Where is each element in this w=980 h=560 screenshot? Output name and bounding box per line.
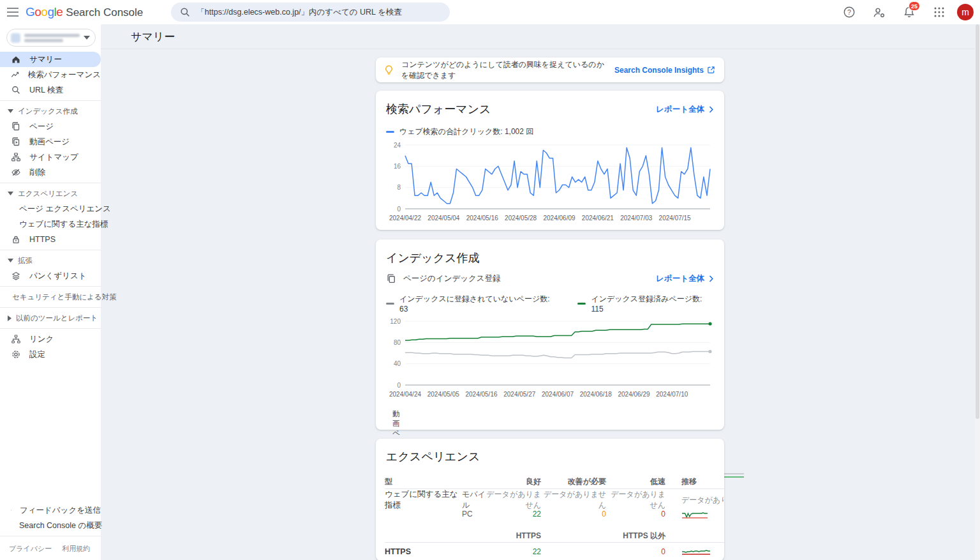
notifications-button[interactable]: 25	[897, 0, 921, 24]
https-trend-sparkline	[665, 547, 724, 556]
sidebar-item-page-experience[interactable]: ページ エクスペリエンス	[0, 201, 101, 216]
svg-text:2024/07/15: 2024/07/15	[659, 215, 691, 222]
chart-svg: 040801202024/04/242024/05/052024/05/1620…	[386, 317, 714, 400]
user-gear-icon	[873, 6, 886, 19]
google-search-console-window: Google Search Console 「https://dsg.elecs…	[0, 0, 980, 560]
sidebar-item-video-pages[interactable]: 動画ページ	[0, 134, 101, 149]
card-title: 検索パフォーマンス	[386, 102, 491, 117]
sidebar-section-security[interactable]: セキュリティと手動による対策	[0, 289, 101, 305]
external-link-icon	[707, 66, 715, 74]
user-settings-button[interactable]	[867, 0, 891, 24]
svg-text:120: 120	[390, 318, 401, 325]
sidebar-item-pages[interactable]: ページ	[0, 119, 101, 134]
url-inspect-search-input[interactable]: 「https://dsg.elecs-web.co.jp/」内のすべての URL…	[171, 3, 450, 22]
svg-text:2024/04/22: 2024/04/22	[389, 215, 421, 222]
svg-text:2024/05/28: 2024/05/28	[505, 215, 537, 222]
google-apps-button[interactable]	[927, 0, 951, 24]
experience-table-header: 型 良好 改善が必要 低速 推移	[376, 474, 724, 488]
indexing-chart: 040801202024/04/242024/05/052024/05/1620…	[386, 317, 714, 400]
legend-indexed: インデックス登録済みページ数: 115	[577, 294, 714, 314]
svg-text:40: 40	[394, 360, 401, 367]
banner-text: コンテンツがどのようにして読者の興味を捉えているのかを確認できます	[401, 59, 607, 81]
google-logo-letter: g	[47, 5, 54, 19]
sidebar: サマリー 検索パフォーマンス URL 検査 インデックス作成	[0, 24, 101, 560]
sidebar-item-url-inspection[interactable]: URL 検査	[0, 82, 101, 98]
svg-text:80: 80	[394, 339, 401, 346]
svg-text:2024/06/09: 2024/06/09	[543, 215, 575, 222]
sidebar-section-legacy-tools[interactable]: 以前のツールとレポート	[0, 310, 101, 326]
vertical-scrollbar[interactable]	[975, 24, 980, 560]
sidebar-footer: フィードバックを送信 Search Console の概要 プライバシー 利用規…	[0, 503, 101, 560]
page-header: サマリー	[101, 24, 980, 49]
indexing-card: インデックス作成 ページのインデックス登録 レポート全体	[376, 239, 724, 430]
magnifier-icon	[11, 85, 21, 95]
svg-text:2024/06/29: 2024/06/29	[618, 391, 650, 398]
help-icon: ?	[843, 6, 856, 19]
full-report-link[interactable]: レポート全体	[656, 104, 714, 115]
divider	[0, 536, 101, 536]
indexing-legend: インデックスに登録されていないページ数: 63 インデックス登録済みページ数: …	[376, 284, 724, 314]
account-avatar[interactable]: m	[957, 4, 974, 20]
app-logo[interactable]: Google Search Console	[26, 5, 143, 19]
hamburger-icon	[7, 8, 19, 17]
home-icon	[11, 54, 21, 64]
about-search-console-button[interactable]: Search Console の概要	[0, 518, 101, 533]
svg-text:2024/05/27: 2024/05/27	[503, 391, 535, 398]
search-performance-card: 検索パフォーマンス レポート全体 ウェブ検索の合計クリック数: 1,002 回 …	[376, 91, 724, 230]
legend-dash-blue	[386, 131, 394, 133]
full-report-link[interactable]: レポート全体	[656, 273, 714, 284]
https-row[interactable]: HTTPS 22 0	[376, 543, 724, 560]
gear-icon	[11, 349, 21, 359]
divider	[0, 307, 101, 308]
property-name-redacted	[24, 34, 80, 42]
hamburger-menu-icon[interactable]	[0, 0, 26, 24]
svg-text:2024/05/05: 2024/05/05	[427, 391, 459, 398]
sidebar-item-https[interactable]: HTTPS	[0, 232, 101, 247]
page-title: サマリー	[131, 29, 175, 44]
svg-text:16: 16	[394, 163, 401, 170]
legend-dash-gray	[386, 303, 394, 305]
card-title: エクスペリエンス	[376, 439, 724, 464]
sidebar-item-settings[interactable]: 設定	[0, 347, 101, 362]
sidebar-item-sitemaps[interactable]: サイトマップ	[0, 149, 101, 165]
main-content: サマリー コンテンツがどのようにして読者の興味を捉えているのかを確認できます S…	[101, 24, 980, 560]
divider	[0, 100, 101, 101]
send-feedback-button[interactable]: フィードバックを送信	[0, 503, 101, 518]
sidebar-item-core-web-vitals[interactable]: ウェブに関する主な指標	[0, 216, 101, 232]
card-title: インデックス作成	[386, 250, 480, 266]
privacy-link[interactable]: プライバシー	[9, 544, 52, 554]
pages-icon	[386, 273, 397, 284]
vertical-scrollbar-thumb[interactable]	[976, 24, 979, 419]
search-console-insights-link[interactable]: Search Console Insights	[614, 66, 715, 75]
caret-down-icon	[8, 109, 13, 113]
sidebar-item-breadcrumbs[interactable]: パンくずリスト	[0, 268, 101, 284]
sidebar-section-indexing[interactable]: インデックス作成	[0, 103, 101, 119]
top-app-bar: Google Search Console 「https://dsg.elecs…	[0, 0, 980, 24]
sidebar-item-summary[interactable]: サマリー	[0, 52, 101, 67]
sidebar-section-experience[interactable]: エクスペリエンス	[0, 186, 101, 201]
svg-text:2024/06/07: 2024/06/07	[542, 391, 574, 398]
link-tree-icon	[11, 334, 21, 344]
pages-icon	[11, 121, 21, 132]
svg-text:8: 8	[397, 184, 401, 191]
property-selector[interactable]	[6, 29, 96, 47]
sidebar-item-links[interactable]: リンク	[0, 331, 101, 347]
legal-links: プライバシー 利用規約	[0, 539, 101, 560]
chevron-right-icon	[709, 275, 714, 282]
sidebar-item-removals[interactable]: 削除	[0, 165, 101, 180]
terms-link[interactable]: 利用規約	[62, 544, 90, 554]
svg-text:?: ?	[847, 8, 851, 16]
insights-banner: コンテンツがどのようにして読者の興味を捉えているのかを確認できます Search…	[376, 57, 724, 82]
clicks-chart: 0816242024/04/222024/05/042024/05/162024…	[386, 141, 714, 224]
sidebar-item-search-performance[interactable]: 検索パフォーマンス	[0, 67, 101, 82]
performance-icon	[11, 70, 20, 80]
layers-icon	[11, 271, 21, 281]
cwv-mobile-row[interactable]: ウェブに関する主な指標 モバイル データがありません データがありません データ…	[376, 489, 724, 507]
lightbulb-icon	[383, 64, 394, 76]
help-button[interactable]: ?	[837, 0, 861, 24]
sidebar-section-enhancements[interactable]: 拡張	[0, 253, 101, 268]
lock-icon	[11, 234, 21, 245]
search-icon	[180, 7, 190, 17]
feedback-icon	[11, 505, 11, 515]
svg-text:2024/07/10: 2024/07/10	[656, 391, 688, 398]
